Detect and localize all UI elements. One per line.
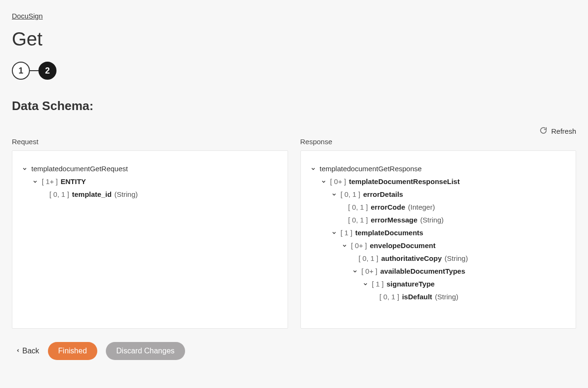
- node-name: errorCode: [371, 203, 405, 211]
- tree-node[interactable]: [ 0+ ] availableDocumentTypes: [351, 266, 568, 277]
- finished-button[interactable]: Finished: [48, 342, 97, 360]
- tree-node[interactable]: [ 1 ] signatureType: [362, 278, 568, 289]
- tree-node-root[interactable]: templatedocumentGetRequest: [21, 163, 279, 174]
- chevron-down-icon[interactable]: [31, 178, 39, 185]
- response-label: Response: [300, 138, 577, 146]
- node-name: errorMessage: [371, 216, 417, 224]
- step-connector: [30, 70, 38, 71]
- step-indicator: 1 2: [12, 62, 576, 80]
- node-name: errorDetails: [363, 190, 403, 198]
- tree-node[interactable]: [ 0+ ] templateDocumentResponseList: [320, 176, 568, 187]
- node-name: authoritativeCopy: [381, 254, 442, 262]
- node-type: (String): [445, 254, 468, 262]
- tree-node-leaf[interactable]: [ 0, 1 ] errorMessage (String): [341, 214, 568, 225]
- tree-node-leaf[interactable]: [ 0, 1 ] authoritativeCopy (String): [351, 253, 568, 264]
- node-cardinality: [ 0+ ]: [362, 267, 378, 275]
- node-name: templateDocuments: [355, 229, 423, 237]
- node-cardinality: [ 0+ ]: [330, 177, 346, 185]
- discard-button[interactable]: Discard Changes: [106, 342, 185, 360]
- node-name: template_id: [72, 190, 112, 198]
- node-type: (String): [114, 190, 138, 198]
- tree-node-entity[interactable]: [ 1+ ] ENTITY: [31, 176, 279, 187]
- node-cardinality: [ 0, 1 ]: [359, 254, 379, 262]
- chevron-down-icon[interactable]: [21, 165, 28, 173]
- response-panel: templatedocumentGetResponse [ 0+ ] templ…: [300, 150, 577, 329]
- node-cardinality: [ 0, 1 ]: [380, 293, 400, 301]
- node-name: availableDocumentTypes: [380, 267, 465, 275]
- node-cardinality: [ 0, 1 ]: [49, 190, 69, 198]
- tree-node[interactable]: [ 0, 1 ] errorDetails: [330, 189, 568, 200]
- refresh-button[interactable]: Refresh: [540, 127, 576, 136]
- chevron-down-icon[interactable]: [330, 191, 338, 198]
- breadcrumb-link[interactable]: DocuSign: [12, 12, 43, 20]
- node-type: (String): [435, 293, 458, 301]
- node-name: ENTITY: [61, 177, 86, 185]
- tree-node[interactable]: [ 1 ] templateDocuments: [330, 227, 568, 238]
- chevron-down-icon[interactable]: [351, 268, 359, 275]
- request-panel: templatedocumentGetRequest [ 1+ ] ENTITY: [12, 150, 288, 329]
- section-title: Data Schema:: [12, 99, 576, 113]
- node-name: isDefault: [402, 293, 432, 301]
- node-label: templatedocumentGetRequest: [31, 165, 128, 173]
- tree-node-leaf[interactable]: [ 0, 1 ] template_id (String): [42, 189, 279, 200]
- node-cardinality: [ 0, 1 ]: [348, 203, 368, 211]
- node-name: templateDocumentResponseList: [349, 177, 459, 185]
- node-label: templatedocumentGetResponse: [320, 165, 422, 173]
- node-name: envelopeDocument: [370, 241, 435, 249]
- node-name: signatureType: [387, 280, 435, 288]
- request-label: Request: [12, 138, 288, 146]
- tree-node-leaf[interactable]: [ 0, 1 ] isDefault (String): [372, 291, 568, 302]
- node-cardinality: [ 0, 1 ]: [341, 190, 361, 198]
- chevron-left-icon: [16, 347, 20, 355]
- chevron-down-icon[interactable]: [362, 280, 369, 288]
- chevron-down-icon[interactable]: [320, 178, 327, 185]
- node-cardinality: [ 0, 1 ]: [348, 216, 368, 224]
- node-type: (String): [420, 216, 444, 224]
- node-cardinality: [ 1 ]: [341, 229, 353, 237]
- chevron-down-icon[interactable]: [309, 165, 317, 173]
- refresh-label: Refresh: [551, 127, 576, 135]
- chevron-down-icon[interactable]: [341, 242, 348, 249]
- tree-node[interactable]: [ 0+ ] envelopeDocument: [341, 240, 568, 251]
- tree-node-leaf[interactable]: [ 0, 1 ] errorCode (Integer): [341, 202, 568, 212]
- step-2[interactable]: 2: [38, 62, 56, 80]
- node-cardinality: [ 0+ ]: [351, 241, 367, 249]
- chevron-down-icon[interactable]: [330, 229, 338, 237]
- node-type: (Integer): [408, 203, 435, 211]
- back-label: Back: [22, 347, 39, 355]
- node-cardinality: [ 1 ]: [372, 280, 384, 288]
- tree-node-root[interactable]: templatedocumentGetResponse: [309, 163, 568, 174]
- back-button[interactable]: Back: [16, 347, 39, 355]
- node-cardinality: [ 1+ ]: [42, 177, 58, 185]
- step-1[interactable]: 1: [12, 62, 30, 80]
- page-title: Get: [12, 28, 576, 50]
- refresh-icon: [540, 127, 547, 136]
